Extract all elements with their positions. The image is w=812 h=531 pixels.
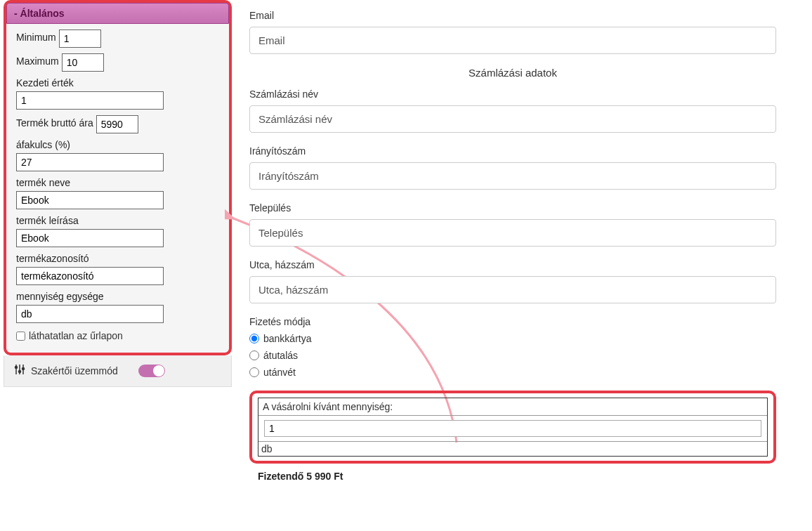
payment-label: Fizetés módja	[249, 316, 776, 327]
street-label: Utca, házszám	[249, 259, 776, 270]
payment-card-radio[interactable]	[249, 334, 259, 343]
product-id-label: termékazonosító	[16, 253, 219, 264]
product-desc-label: termék leírása	[16, 215, 219, 226]
initial-input[interactable]	[16, 91, 164, 110]
minimum-label: Minimum	[16, 32, 56, 43]
product-desc-input[interactable]	[16, 229, 164, 247]
product-id-input[interactable]	[16, 267, 164, 285]
unit-label: mennyiség egysége	[16, 291, 219, 302]
svg-point-3	[15, 367, 18, 369]
zip-label: Irányítószám	[249, 145, 776, 157]
city-input[interactable]	[249, 219, 776, 247]
payment-cod-label: utánvét	[263, 367, 296, 378]
maximum-label: Maximum	[16, 55, 59, 67]
quantity-unit: db	[258, 442, 767, 456]
invisible-checkbox[interactable]	[16, 332, 25, 341]
product-name-label: termék neve	[16, 177, 219, 188]
minimum-input[interactable]	[59, 29, 101, 48]
unit-input[interactable]	[16, 305, 164, 323]
payment-cod-radio[interactable]	[249, 367, 259, 377]
quantity-label: A vásárolni kívánt mennyiség:	[258, 398, 767, 416]
product-name-input[interactable]	[16, 191, 164, 209]
vat-input[interactable]	[16, 153, 164, 171]
maximum-input[interactable]	[62, 53, 104, 72]
gross-price-input[interactable]	[96, 115, 138, 133]
email-input[interactable]	[249, 27, 776, 54]
total-label: Fizetendő 5 990 Ft	[249, 471, 776, 482]
expert-toggle[interactable]	[138, 365, 165, 377]
payment-transfer-label: átutalás	[263, 350, 298, 361]
gross-price-label: Termék bruttó ára	[16, 117, 93, 129]
sliders-icon	[14, 364, 25, 378]
email-label: Email	[249, 10, 776, 21]
payment-transfer-radio[interactable]	[249, 350, 259, 360]
sidebar-header: - Általános	[6, 3, 229, 24]
billing-name-input[interactable]	[249, 105, 776, 133]
payment-card-label: bankkártya	[263, 333, 311, 344]
invisible-label: láthatatlan az űrlapon	[29, 330, 123, 341]
quantity-input[interactable]	[264, 420, 761, 437]
city-label: Település	[249, 202, 776, 214]
expert-label: Szakértői üzemmód	[31, 365, 118, 376]
billing-name-label: Számlázási név	[249, 88, 776, 100]
zip-input[interactable]	[249, 162, 776, 190]
initial-label: Kezdeti érték	[16, 77, 219, 88]
svg-point-5	[22, 368, 25, 370]
svg-point-4	[19, 371, 21, 373]
street-input[interactable]	[249, 276, 776, 303]
billing-heading: Számlázási adatok	[249, 67, 776, 79]
quantity-box: A vásárolni kívánt mennyiség: db	[249, 391, 776, 464]
vat-label: áfakulcs (%)	[16, 139, 219, 150]
